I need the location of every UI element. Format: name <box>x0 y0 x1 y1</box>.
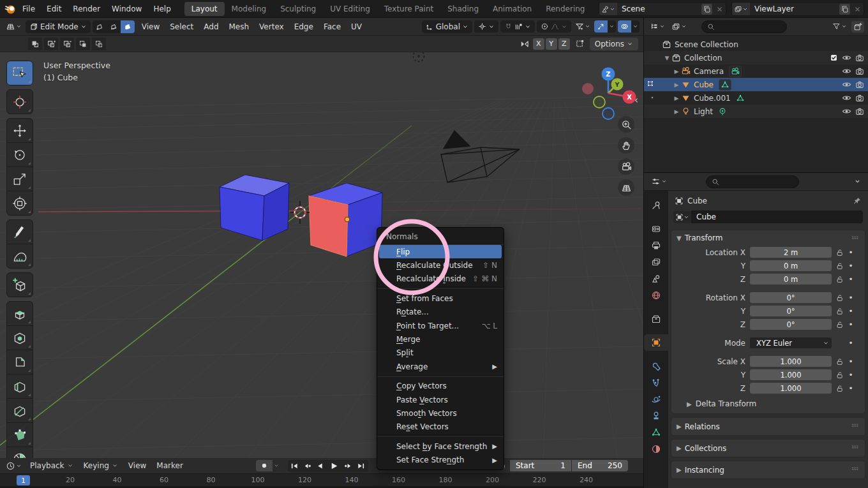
workspace-tab-sculpting[interactable]: Sculpting <box>273 2 323 16</box>
lock-toggle[interactable] <box>832 320 847 329</box>
disable-in-renders-icon[interactable] <box>855 80 864 89</box>
properties-tab-view-layer[interactable] <box>644 254 668 270</box>
disclosure-triangle[interactable]: ▼ <box>662 55 671 61</box>
outliner-item-label[interactable]: Camera <box>694 67 724 76</box>
play-button[interactable] <box>327 461 342 471</box>
menu-item-merge[interactable]: Merge <box>377 332 504 346</box>
gizmo-y-negative[interactable] <box>594 96 605 108</box>
relations-panel[interactable]: ▶Relations <box>671 417 865 436</box>
properties-tab-particles[interactable] <box>644 374 668 391</box>
properties-tab-render[interactable] <box>644 221 668 237</box>
view-layer-selector[interactable]: ViewLayer <box>731 2 864 16</box>
tool-extrude-region[interactable] <box>6 301 33 326</box>
outliner-row-camera[interactable]: ▶Camera <box>644 64 868 78</box>
menu-edit[interactable]: Edit <box>41 3 67 15</box>
tool-scale[interactable] <box>6 166 33 191</box>
value-field[interactable]: 1.000 <box>750 356 832 367</box>
properties-tab-modifiers[interactable] <box>644 358 668 374</box>
value-field[interactable]: 1.000 <box>750 383 832 394</box>
snapping-controls[interactable] <box>500 20 535 33</box>
outliner-item-label[interactable]: Light <box>694 107 713 116</box>
menu-help[interactable]: Help <box>147 3 176 15</box>
outliner-filter-dropdown[interactable] <box>830 21 849 32</box>
properties-tab-material[interactable] <box>644 441 668 457</box>
camera-object-wireframe[interactable] <box>441 131 520 182</box>
value-field[interactable]: 0 m <box>750 274 832 285</box>
properties-tab-scene[interactable] <box>644 270 668 287</box>
menu-item-average[interactable]: Average▶ <box>377 360 504 373</box>
hide-in-viewport-eye-icon[interactable] <box>842 93 851 103</box>
new-scene-icon[interactable] <box>701 4 712 15</box>
animate-property-dot[interactable]: • <box>847 262 855 270</box>
menu-item-recalculate-outside[interactable]: Recalculate Outside⇧ N <box>377 258 504 272</box>
pin-icon[interactable] <box>853 196 862 205</box>
lock-toggle[interactable] <box>832 262 847 270</box>
disclosure-triangle[interactable]: ▶ <box>672 95 681 101</box>
properties-tab-collection[interactable] <box>644 311 668 327</box>
editor-type-properties[interactable] <box>649 175 669 188</box>
outliner-item-label[interactable]: Scene Collection <box>675 40 738 49</box>
tool-add-cube[interactable] <box>6 272 33 297</box>
properties-options-dropdown[interactable] <box>852 177 863 186</box>
gizmo-x-negative[interactable] <box>582 83 594 94</box>
workspace-tab-modeling[interactable]: Modeling <box>225 2 274 16</box>
view-layer-name[interactable]: ViewLayer <box>750 4 838 13</box>
tool-move[interactable] <box>6 118 33 143</box>
viewport-menu-vertex[interactable]: Vertex <box>254 20 289 34</box>
properties-search-input[interactable] <box>706 175 799 188</box>
menu-item-set-from-faces[interactable]: Set from Faces <box>377 292 504 305</box>
hide-in-viewport-eye-icon[interactable] <box>842 107 851 116</box>
timeline-menu-playback[interactable]: Playback <box>25 459 79 472</box>
sidebar-collapse-arrow[interactable]: ‹ <box>634 94 638 106</box>
drag-grip-icon[interactable] <box>851 421 860 432</box>
scene-name[interactable]: Scene <box>617 4 700 13</box>
animate-property-dot[interactable]: • <box>847 275 855 284</box>
mirror-y-toggle[interactable]: Y <box>546 38 557 50</box>
value-field[interactable]: 0° <box>750 319 832 330</box>
select-invert-icon[interactable] <box>76 38 90 50</box>
pivot-point-dropdown[interactable] <box>474 20 498 33</box>
object-type-visibility-dropdown[interactable] <box>573 21 592 33</box>
lock-toggle[interactable] <box>832 357 847 366</box>
menu-item-rotate[interactable]: Rotate... <box>377 306 504 319</box>
workspace-tab-layout[interactable]: Layout <box>184 2 225 16</box>
value-field[interactable]: 2 m <box>750 247 832 258</box>
options-dropdown[interactable]: Options <box>590 38 638 50</box>
menu-item-copy-vectors[interactable]: Copy Vectors <box>377 380 504 393</box>
tool-knife[interactable] <box>6 398 33 423</box>
disable-in-renders-icon[interactable] <box>855 54 864 63</box>
jump-to-end-button[interactable] <box>355 461 368 471</box>
workspace-tab-texture-paint[interactable]: Texture Paint <box>377 2 440 16</box>
tool-cursor[interactable] <box>6 89 33 114</box>
outliner-item-label[interactable]: Collection <box>684 54 722 63</box>
viewport-menu-face[interactable]: Face <box>318 20 346 34</box>
disable-in-renders-icon[interactable] <box>855 67 864 76</box>
disable-in-renders-icon[interactable] <box>855 107 864 116</box>
properties-tab-object[interactable] <box>644 334 668 351</box>
collections-panel[interactable]: ▶Collections <box>671 439 865 457</box>
lock-toggle[interactable] <box>832 248 847 256</box>
workspace-tab-shading[interactable]: Shading <box>440 2 486 16</box>
animate-property-dot[interactable]: • <box>847 293 855 302</box>
value-field[interactable]: 0° <box>750 292 832 303</box>
editor-type-3d-viewport[interactable] <box>4 20 24 33</box>
lock-toggle[interactable] <box>832 275 847 283</box>
select-subtract-icon[interactable] <box>60 38 74 50</box>
outliner-row-light[interactable]: ▶Light <box>644 105 868 118</box>
tool-loop-cut[interactable] <box>6 374 33 399</box>
animate-property-dot[interactable]: • <box>847 307 855 316</box>
lock-toggle[interactable] <box>832 371 847 379</box>
tool-spin[interactable] <box>6 447 33 458</box>
tool-rotate[interactable] <box>6 142 33 167</box>
properties-tab-world[interactable] <box>644 287 668 304</box>
tool-select-box[interactable] <box>6 61 33 85</box>
jump-to-start-button[interactable] <box>288 461 301 471</box>
face-select-mode-button[interactable] <box>121 20 135 33</box>
tool-poly-build[interactable] <box>6 422 33 447</box>
outliner-row-collection[interactable]: ▼Collection <box>644 51 868 64</box>
lock-toggle[interactable] <box>832 384 847 392</box>
navigation-gizmo[interactable]: Z Y X <box>576 57 640 121</box>
drag-grip-icon[interactable] <box>851 233 860 242</box>
value-field[interactable]: 0° <box>750 306 832 316</box>
viewport-menu-uv[interactable]: UV <box>346 20 367 34</box>
